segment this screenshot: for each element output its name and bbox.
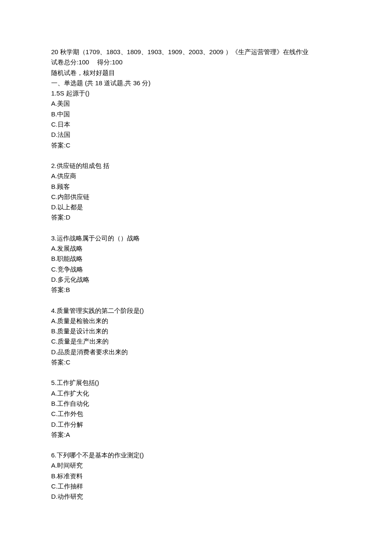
- question-option: C.内部供应链: [51, 192, 341, 202]
- exam-title: 20 秋学期（1709、1803、1809、1903、1909、2003、200…: [51, 47, 341, 57]
- question-option: B.标准资料: [51, 471, 341, 481]
- question-option: B.质量是设计出来的: [51, 326, 341, 336]
- question-option: D.动作研究: [51, 491, 341, 502]
- question-option: C.工作抽样: [51, 481, 341, 491]
- question-option: D.工作分解: [51, 419, 341, 430]
- question-option: A.质量是检验出来的: [51, 316, 341, 326]
- question-answer: 答案:C: [51, 140, 341, 150]
- spacer: [51, 295, 341, 306]
- spacer: [51, 223, 341, 233]
- question-option: A.工作扩大化: [51, 388, 341, 399]
- question-option: B.顾客: [51, 182, 341, 192]
- question-option: C.质量是生产出来的: [51, 336, 341, 347]
- question-option: A.发展战略: [51, 243, 341, 254]
- question-stem: 5.工作扩展包括(): [51, 378, 341, 388]
- question-stem: 3.运作战略属于公司的（）战略: [51, 233, 341, 243]
- spacer: [51, 440, 341, 450]
- spacer: [51, 150, 341, 161]
- question-option: B.工作自动化: [51, 399, 341, 409]
- question-answer: 答案:B: [51, 285, 341, 295]
- question-option: D.多元化战略: [51, 275, 341, 285]
- question-option: C.日本: [51, 119, 341, 130]
- question-option: A.供应商: [51, 171, 341, 181]
- question-option: D.法国: [51, 130, 341, 140]
- question-stem: 4.质量管理实践的第二个阶段是(): [51, 306, 341, 316]
- question-answer: 答案:C: [51, 357, 341, 367]
- question-option: B.中国: [51, 109, 341, 119]
- question-option: D.品质是消费者要求出来的: [51, 347, 341, 357]
- question-stem: 6.下列哪个不是基本的作业测定(): [51, 450, 341, 460]
- note-line: 随机试卷，核对好题目: [51, 68, 341, 78]
- question-option: D.以上都是: [51, 202, 341, 212]
- document-page: 20 秋学期（1709、1803、1809、1903、1909、2003、200…: [0, 0, 392, 528]
- questions-container: 1.5S 起源于()A.美国B.中国C.日本D.法国答案:C2.供应链的组成包 …: [51, 88, 341, 502]
- question-stem: 1.5S 起源于(): [51, 88, 341, 98]
- score-line: 试卷总分:100 得分:100: [51, 57, 341, 67]
- question-answer: 答案:A: [51, 430, 341, 440]
- question-option: C.竞争战略: [51, 264, 341, 275]
- question-option: A.时间研究: [51, 460, 341, 471]
- spacer: [51, 367, 341, 378]
- question-stem: 2.供应链的组成包 括: [51, 161, 341, 171]
- question-answer: 答案:D: [51, 212, 341, 223]
- question-option: A.美国: [51, 98, 341, 109]
- section-heading: 一、单选题 (共 18 道试题,共 36 分): [51, 78, 341, 88]
- question-option: C.工作外包: [51, 409, 341, 419]
- question-option: B.职能战略: [51, 254, 341, 264]
